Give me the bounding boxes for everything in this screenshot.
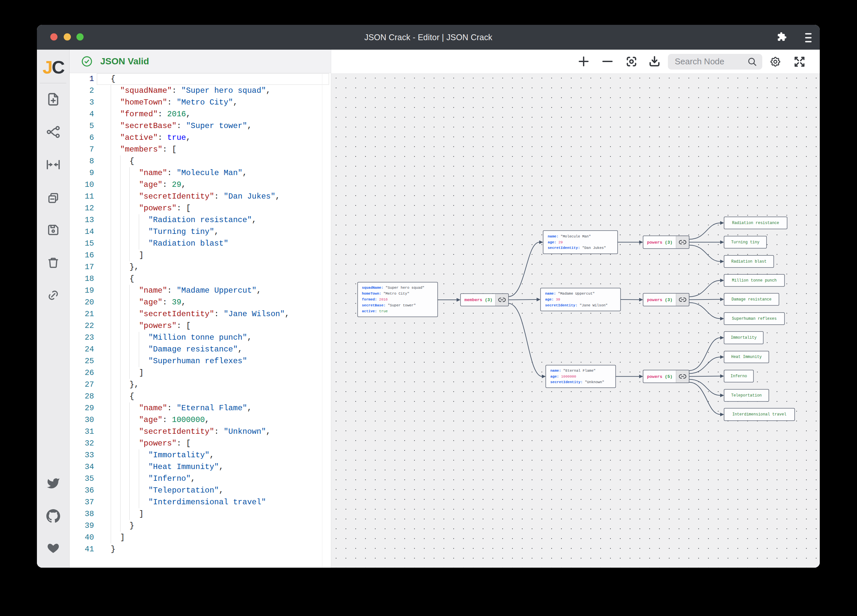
svg-text:Damage resistance: Damage resistance [732, 297, 772, 302]
svg-text:Radiation blast: Radiation blast [731, 259, 767, 264]
svg-text:secretBase: "Super tower": secretBase: "Super tower" [362, 303, 416, 307]
svg-text:name: "Molecule Man": name: "Molecule Man" [548, 235, 591, 238]
svg-text:Immortality: Immortality [731, 336, 756, 340]
svg-text:powers (3): powers (3) [647, 297, 673, 302]
svg-text:squadName: "Super hero squad": squadName: "Super hero squad" [362, 286, 424, 290]
svg-text:secretIdentity: "Dan Jukes": secretIdentity: "Dan Jukes" [548, 246, 606, 250]
svg-text:Teleportation: Teleportation [731, 393, 762, 398]
svg-text:Turning tiny: Turning tiny [731, 240, 760, 245]
svg-text:Superhuman reflexes: Superhuman reflexes [732, 316, 777, 321]
svg-text:members (3): members (3) [464, 297, 492, 302]
svg-text:Inferno: Inferno [731, 374, 747, 379]
svg-text:Radiation resistance: Radiation resistance [732, 221, 779, 225]
svg-text:age: 39: age: 39 [545, 297, 560, 302]
svg-text:secretIdentity: "Jane Wilson": secretIdentity: "Jane Wilson" [545, 303, 608, 307]
svg-text:age: 29: age: 29 [548, 240, 563, 244]
svg-text:secretIdentity: "Unknown": secretIdentity: "Unknown" [550, 380, 604, 384]
svg-text:powers (3): powers (3) [647, 240, 673, 245]
svg-text:Million tonne punch: Million tonne punch [732, 278, 777, 283]
svg-text:active: true: active: true [362, 309, 388, 313]
svg-text:powers (5): powers (5) [647, 374, 673, 379]
svg-text:Interdimensional travel: Interdimensional travel [732, 412, 786, 417]
svg-text:homeTown: "Metro City": homeTown: "Metro City" [362, 292, 409, 296]
svg-text:Heat Immunity: Heat Immunity [731, 355, 762, 359]
svg-text:name: "Eternal Flame": name: "Eternal Flame" [550, 369, 596, 373]
svg-text:formed: 2016: formed: 2016 [362, 297, 388, 302]
svg-text:age: 1000000: age: 1000000 [550, 375, 576, 379]
svg-text:name: "Madame Uppercut": name: "Madame Uppercut" [545, 292, 595, 296]
